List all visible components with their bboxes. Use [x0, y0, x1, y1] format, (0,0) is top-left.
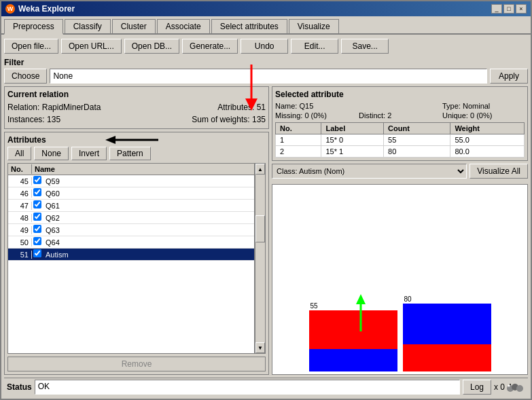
main-area: Current relation Relation: RapidMinerDat… — [4, 86, 528, 375]
chart-bar-2: 80 — [403, 304, 491, 371]
instances-value: 135 — [47, 115, 60, 124]
scrollbar[interactable]: ▲ ▼ — [255, 163, 266, 354]
tab-preprocess[interactable]: Preprocess — [4, 19, 63, 35]
name-value: Q15 — [299, 102, 313, 110]
current-relation-title: Current relation — [7, 90, 266, 99]
invert-button[interactable]: Invert — [71, 147, 107, 160]
distinct-label: Distinct: — [359, 111, 385, 120]
undo-button[interactable]: Undo — [241, 39, 288, 54]
pattern-button[interactable]: Pattern — [109, 147, 151, 160]
tab-classify[interactable]: Classify — [65, 19, 111, 33]
selected-attribute-box: Selected attribute Name: Q15 Type: Nomin… — [272, 86, 528, 161]
svg-point-6 — [510, 384, 511, 385]
class-row: Class: Autism (Nom) Visualize All — [272, 164, 528, 179]
tab-bar: Preprocess Classify Cluster Associate Se… — [1, 16, 531, 35]
choose-button[interactable]: Choose — [4, 69, 47, 84]
col-count-header: Count — [384, 123, 450, 134]
open-file-button[interactable]: Open file... — [4, 39, 58, 54]
worm-icon — [506, 381, 525, 393]
main-window: W Weka Explorer _ □ × Preprocess Classif… — [0, 0, 532, 400]
missing-value: 0 (0%) — [304, 111, 326, 120]
table-row[interactable]: 48 Q62 — [8, 212, 254, 224]
title-bar: W Weka Explorer _ □ × — [1, 1, 531, 16]
status-label: Status — [7, 382, 32, 392]
sum-value: 135 — [252, 115, 266, 124]
tab-cluster[interactable]: Cluster — [112, 19, 156, 33]
tab-visualize[interactable]: Visualize — [289, 19, 339, 33]
attributes-section: Attributes All None Invert Pattern No. N… — [4, 132, 269, 375]
table-row[interactable]: 46 Q60 — [8, 187, 254, 200]
attribute-data-table: No. Label Count Weight 1 15* 0 55 — [275, 122, 525, 158]
remove-button[interactable]: Remove — [7, 357, 266, 371]
maximize-button[interactable]: □ — [503, 4, 514, 14]
open-url-button[interactable]: Open URL... — [61, 39, 122, 54]
open-db-button[interactable]: Open DB... — [124, 39, 179, 54]
current-relation-box: Current relation Relation: RapidMinerDat… — [4, 86, 269, 129]
attributes-table: No. Name 45 Q59 46 — [7, 163, 255, 354]
attr-table-body: 45 Q59 46 Q60 47 — [8, 175, 254, 353]
status-value: OK — [35, 380, 460, 395]
instances-label: Instances: — [7, 115, 45, 124]
filter-label: Filter — [4, 58, 528, 67]
close-button[interactable]: × — [516, 4, 527, 14]
minimize-button[interactable]: _ — [491, 4, 502, 14]
col-no: No. — [8, 164, 32, 174]
unique-label: Unique: — [442, 111, 468, 120]
none-button[interactable]: None — [34, 147, 69, 160]
app-icon: W — [5, 4, 15, 14]
tab-select-attributes[interactable]: Select attributes — [211, 19, 287, 33]
col-name: Name — [32, 164, 254, 174]
table-row: 2 15* 1 80 80.0 — [276, 146, 525, 158]
name-label: Name: — [275, 102, 297, 110]
table-row[interactable]: 51 Autism — [8, 249, 254, 261]
chart-area: 55 80 — [272, 184, 528, 375]
filter-row: Choose Apply — [4, 69, 528, 84]
attr-buttons: All None Invert Pattern — [7, 147, 266, 160]
missing-label: Missing: — [275, 111, 302, 120]
table-row[interactable]: 47 Q61 — [8, 200, 254, 212]
window-title: Weka Explorer — [18, 4, 75, 14]
visualize-all-button[interactable]: Visualize All — [469, 164, 528, 179]
scrollbar-thumb[interactable] — [255, 215, 265, 242]
attributes-value: 51 — [257, 103, 266, 112]
status-bar: Status OK Log x 0 — [4, 378, 528, 396]
distinct-value: 2 — [387, 111, 391, 120]
type-label: Type: — [442, 102, 461, 110]
generate-button[interactable]: Generate... — [182, 39, 238, 54]
class-select[interactable]: Class: Autism (Nom) — [272, 164, 467, 179]
all-button[interactable]: All — [7, 147, 31, 160]
table-row[interactable]: 45 Q59 — [8, 175, 254, 187]
svg-point-4 — [516, 385, 523, 392]
bar2-red — [403, 344, 491, 371]
main-content: Open file... Open URL... Open DB... Gene… — [1, 35, 531, 399]
type-value: Nominal — [463, 102, 490, 110]
sum-label: Sum of weights: — [192, 115, 249, 124]
relation-label: Relation: — [7, 103, 39, 112]
col-weight-header: Weight — [450, 123, 525, 134]
attributes-label: Attributes: — [217, 103, 254, 112]
svg-point-5 — [508, 385, 510, 387]
svg-marker-1 — [356, 294, 366, 304]
table-row[interactable]: 50 Q64 — [8, 236, 254, 249]
left-panel: Current relation Relation: RapidMinerDat… — [4, 86, 269, 375]
log-button[interactable]: Log — [463, 380, 491, 395]
edit-button[interactable]: Edit... — [291, 39, 338, 54]
col-no-header: No. — [276, 123, 321, 134]
tab-associate[interactable]: Associate — [157, 19, 210, 33]
col-label-header: Label — [321, 123, 384, 134]
table-row[interactable]: 49 Q63 — [8, 224, 254, 236]
toolbar: Open file... Open URL... Open DB... Gene… — [4, 37, 528, 55]
apply-button[interactable]: Apply — [490, 69, 528, 84]
relation-value: RapidMinerData — [42, 103, 101, 112]
right-panel: Selected attribute Name: Q15 Type: Nomin… — [272, 86, 528, 375]
filter-input[interactable] — [50, 69, 487, 84]
bar1-label: 55 — [311, 302, 318, 310]
log-count: x 0 — [494, 382, 505, 392]
filter-section: Filter Choose Apply — [4, 58, 528, 84]
save-button[interactable]: Save... — [341, 39, 389, 54]
bar1-blue — [309, 349, 397, 371]
table-row: 1 15* 0 55 55.0 — [276, 134, 525, 146]
bar2-blue — [403, 304, 491, 344]
green-arrow-annotation — [351, 294, 371, 337]
selected-attribute-title: Selected attribute — [275, 90, 525, 99]
